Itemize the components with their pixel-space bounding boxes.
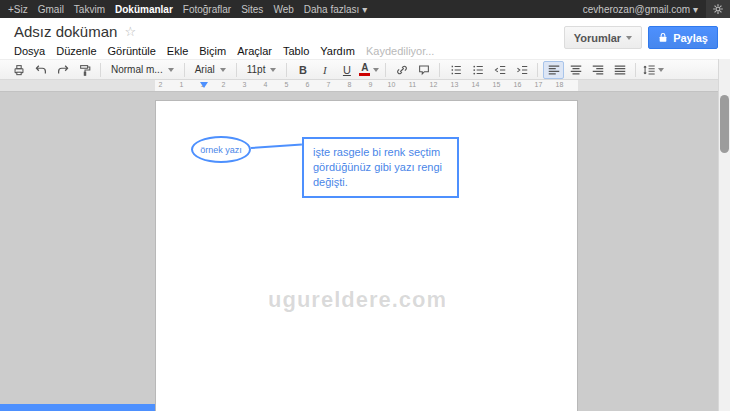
align-right-icon — [591, 63, 605, 77]
italic-button[interactable]: I — [314, 61, 335, 79]
menu-duzenle[interactable]: Düzenle — [56, 45, 96, 57]
paint-format-icon — [78, 63, 92, 77]
topbar-nav-item[interactable]: Dokümanlar — [115, 4, 173, 15]
font-dropdown[interactable]: Arial — [190, 61, 231, 79]
bottom-blue-bar — [0, 404, 155, 411]
numbered-list-icon — [449, 63, 463, 77]
ruler-number: 11 — [402, 81, 423, 88]
chevron-down-icon — [626, 36, 632, 40]
topbar-nav-item[interactable]: Fotoğraflar — [183, 4, 231, 15]
ruler-number: 2 — [150, 81, 171, 88]
ruler: 21123456789101112131415161718 — [0, 80, 718, 92]
print-button[interactable] — [8, 61, 29, 79]
menu-araclar[interactable]: Araçlar — [237, 45, 272, 57]
align-center-button[interactable] — [565, 61, 586, 79]
indent-marker[interactable] — [200, 82, 208, 88]
topbar-nav-item[interactable]: +Siz — [8, 4, 28, 15]
topbar-nav: +SizGmailTakvimDokümanlarFotoğraflarSite… — [8, 4, 367, 15]
redo-icon — [56, 63, 70, 77]
topbar-nav-item[interactable]: Gmail — [38, 4, 64, 15]
account-menu[interactable]: cevherozan@gmail.com ▾ — [583, 4, 698, 15]
align-justify-button[interactable] — [609, 61, 630, 79]
comment-icon — [417, 63, 431, 77]
ruler-numbers: 21123456789101112131415161718 — [150, 81, 570, 88]
ruler-number: 9 — [360, 81, 381, 88]
watermark-text: ugureldere.com — [268, 287, 447, 313]
document-canvas: örnek yazı işte rasgele bi renk seçtim g… — [0, 93, 718, 411]
ruler-number: 1 — [171, 81, 192, 88]
outdent-icon — [493, 63, 507, 77]
chevron-down-icon — [270, 68, 276, 72]
ruler-number: 10 — [381, 81, 402, 88]
google-docs-window: +SizGmailTakvimDokümanlarFotoğraflarSite… — [0, 0, 730, 411]
sample-text: örnek yazı — [200, 145, 242, 155]
align-left-icon — [547, 63, 561, 77]
menu-ekle[interactable]: Ekle — [167, 45, 188, 57]
toolbar-separator — [236, 63, 237, 77]
menu-goruntule[interactable]: Görüntüle — [108, 45, 156, 57]
align-left-button[interactable] — [543, 61, 564, 79]
menu-bicim[interactable]: Biçim — [199, 45, 226, 57]
star-icon[interactable]: ☆ — [124, 24, 136, 39]
paint-format-button[interactable] — [74, 61, 95, 79]
comments-button[interactable]: Yorumlar — [564, 26, 642, 49]
toolbar-separator — [635, 63, 636, 77]
align-justify-icon — [613, 63, 627, 77]
vertical-scrollbar[interactable] — [718, 59, 730, 411]
underline-button[interactable]: U — [336, 61, 357, 79]
ruler-number: 15 — [486, 81, 507, 88]
drawing-ellipse[interactable]: örnek yazı — [191, 136, 251, 163]
toolbar-separator — [184, 63, 185, 77]
toolbar-separator — [385, 63, 386, 77]
toolbar-separator — [537, 63, 538, 77]
document-page[interactable]: örnek yazı işte rasgele bi renk seçtim g… — [155, 100, 578, 411]
topbar-nav-item[interactable]: Takvim — [74, 4, 105, 15]
gear-icon — [712, 3, 724, 15]
saving-status: Kaydediliyor... — [366, 45, 434, 57]
numbered-list-button[interactable] — [445, 61, 466, 79]
ruler-number: 5 — [276, 81, 297, 88]
redo-button[interactable] — [52, 61, 73, 79]
ruler-number: 6 — [297, 81, 318, 88]
google-topbar: +SizGmailTakvimDokümanlarFotoğraflarSite… — [0, 0, 730, 18]
undo-icon — [34, 63, 48, 77]
line-spacing-icon — [642, 63, 656, 77]
font-size-dropdown[interactable]: 11pt — [242, 61, 282, 79]
text-color-icon: A — [359, 63, 370, 76]
topbar-nav-item[interactable]: Web — [273, 4, 293, 15]
document-title[interactable]: Adsız doküman — [14, 23, 117, 40]
topbar-nav-item[interactable]: Daha fazlası ▾ — [304, 4, 367, 15]
paragraph-style-dropdown[interactable]: Normal m... — [106, 61, 179, 79]
lock-icon — [658, 32, 668, 43]
insert-comment-button[interactable] — [413, 61, 434, 79]
menu-tablo[interactable]: Tablo — [283, 45, 309, 57]
scrollbar-thumb[interactable] — [720, 95, 729, 153]
topbar-nav-item[interactable]: Sites — [241, 4, 263, 15]
callout-box[interactable]: işte rasgele bi renk seçtim gördüğünüz g… — [302, 137, 459, 198]
share-button[interactable]: Paylaş — [648, 26, 718, 49]
settings-gear-button[interactable] — [706, 0, 730, 18]
indent-button[interactable] — [511, 61, 532, 79]
chevron-down-icon — [373, 68, 379, 72]
bulleted-list-icon — [471, 63, 485, 77]
menu-dosya[interactable]: Dosya — [14, 45, 45, 57]
bold-button[interactable]: B — [292, 61, 313, 79]
formatting-toolbar: Normal m... Arial 11pt B I U A — [0, 59, 730, 80]
ruler-number: 2 — [213, 81, 234, 88]
outdent-button[interactable] — [489, 61, 510, 79]
undo-button[interactable] — [30, 61, 51, 79]
ruler-number: 18 — [549, 81, 570, 88]
indent-icon — [515, 63, 529, 77]
bulleted-list-button[interactable] — [467, 61, 488, 79]
ruler-number: 4 — [255, 81, 276, 88]
line-spacing-button[interactable] — [641, 61, 665, 79]
menu-yardim[interactable]: Yardım — [320, 45, 355, 57]
ruler-number: 14 — [465, 81, 486, 88]
chevron-down-icon — [168, 68, 174, 72]
align-right-button[interactable] — [587, 61, 608, 79]
callout-connector-line — [251, 143, 302, 149]
ruler-number: 7 — [318, 81, 339, 88]
ruler-number: 12 — [423, 81, 444, 88]
text-color-button[interactable]: A — [358, 61, 380, 79]
insert-link-button[interactable] — [391, 61, 412, 79]
